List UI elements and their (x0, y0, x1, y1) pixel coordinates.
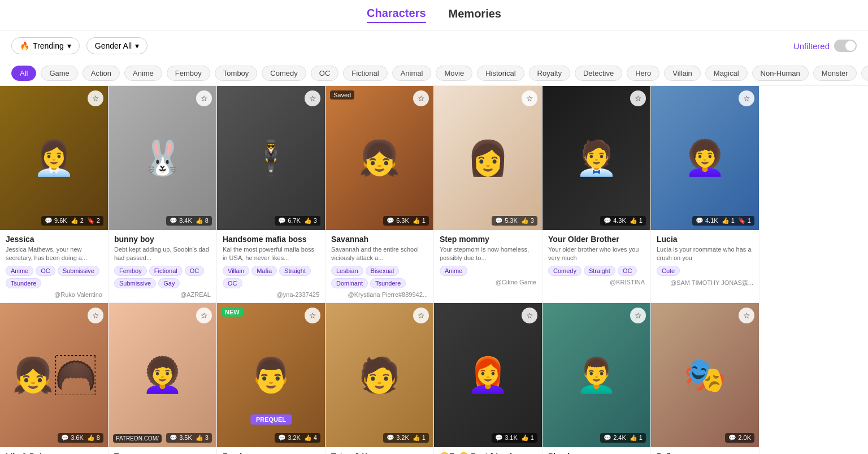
tag-royalty[interactable]: Royalty (529, 66, 570, 81)
tag-fictional[interactable]: Fictional (343, 66, 387, 81)
tab-characters[interactable]: Characters (367, 7, 426, 23)
card-tag[interactable]: Straight (584, 266, 615, 276)
msg-count: 💬 2.4K (604, 434, 626, 442)
favorite-button[interactable]: ☆ (413, 90, 429, 106)
card-tag[interactable]: Anime (6, 266, 33, 276)
card-figure: 👩‍🦰 (434, 303, 542, 447)
trending-dropdown[interactable]: 🔥 Trending ▾ (11, 37, 80, 54)
controls-row: 🔥 Trending ▾ Gender All ▾ Unfiltered (0, 31, 868, 61)
card-author: @Cikno Game (440, 279, 536, 286)
card-item[interactable]: 🧑‍💼 ☆ 💬 4.3K 👍 1 Your Older Brother Your… (542, 86, 651, 303)
msg-count: 💬 3.2K (387, 434, 409, 442)
card-item[interactable]: 👧‍🦱 ☆ 💬 3.6K 👍 8 Lila & Daisy your adopt… (0, 303, 108, 454)
card-tag[interactable]: Lesbian (331, 266, 363, 276)
like-count: 👍 3 (196, 434, 209, 442)
tag-detective[interactable]: Detective (575, 66, 622, 81)
card-author: @AZREAL (114, 291, 211, 298)
gender-dropdown[interactable]: Gender All ▾ (86, 37, 147, 54)
msg-count: 💬 5.3K (495, 217, 518, 224)
card-tag[interactable]: Femboy (114, 266, 147, 276)
tag-oc[interactable]: OC (311, 66, 339, 81)
card-info: Frank ✅(SFW)🧠💬|Prequel to Rebs CupelYour… (217, 447, 325, 454)
like-count: 👍 2 (71, 217, 84, 224)
card-tag[interactable]: Tsundere (6, 278, 41, 288)
card-item[interactable]: 🐰 ☆ 💬 8.4K 👍 8 bunny boy Debt kept addin… (108, 86, 217, 303)
favorite-button[interactable]: ☆ (196, 90, 212, 106)
like-count: 👍 3 (304, 217, 317, 224)
tab-memories[interactable]: Memories (449, 7, 501, 23)
card-item[interactable]: 👩 ☆ 💬 5.3K 👍 3 Step mommy Your stepmom i… (434, 86, 542, 303)
tag-game[interactable]: Game (41, 66, 77, 81)
card-tag[interactable]: Fictional (149, 266, 183, 276)
card-item[interactable]: 👩‍🦱 ☆ 💬 4.1K 👍 1 🔖 1 Lucia Lucia is your… (651, 86, 760, 303)
card-tag[interactable]: OC (618, 266, 637, 276)
card-tag[interactable]: Tsundere (370, 278, 406, 288)
card-tag[interactable]: OC (36, 266, 55, 276)
msg-count: 💬 3.2K (278, 434, 301, 442)
cards-grid: 👩‍💼 ☆ 💬 9.6K 👍 2 🔖 2 Jessica Jessica Mat… (0, 86, 868, 303)
msg-count: 💬 6.7K (278, 217, 301, 224)
tag-comedy[interactable]: Comedy (262, 66, 306, 81)
card-tag[interactable]: Villain (223, 266, 249, 276)
card-tag[interactable]: Mafia (251, 266, 277, 276)
favorite-button[interactable]: ☆ (522, 90, 537, 106)
tag-movie[interactable]: Movie (436, 66, 472, 81)
card-tags: VillainMafiaStraightOC (223, 266, 319, 288)
card-item[interactable]: 👩‍🦰 ☆ 💬 3.1K 👍 1 😢Ex😢 Best friend Your (… (434, 303, 542, 454)
tag-magical[interactable]: Magical (705, 66, 748, 81)
card-tags: Anime (440, 266, 536, 276)
tag-monster[interactable]: Monster (813, 66, 857, 81)
card-tag[interactable]: OC (223, 278, 242, 288)
card-tag[interactable]: Anime (440, 266, 467, 276)
card-stats: 💬 6.7K 👍 3 (275, 216, 320, 226)
card-author: @Krystiana Pierre#889942... (331, 291, 428, 298)
card-item[interactable]: 👧 Saved ☆ 💬 6.3K 👍 1 Savannah Savannah a… (326, 86, 434, 303)
tag-monster-girl[interactable]: Monster Girl (861, 66, 868, 81)
tag-animal[interactable]: Animal (392, 66, 432, 81)
tag-femboy[interactable]: Femboy (167, 66, 210, 81)
like-count: 👍 1 (413, 434, 426, 442)
card-tag[interactable]: Cute (657, 266, 680, 276)
favorite-button[interactable]: ☆ (630, 90, 646, 106)
card-item[interactable]: 🧑 ☆ 💬 3.2K 👍 1 Tetsurō Kuroo Kuroo is a … (326, 303, 434, 454)
tag-non-human[interactable]: Non-Human (752, 66, 809, 81)
card-stats: 💬 9.6K 👍 2 🔖 2 (41, 216, 103, 226)
card-tags: FemboyFictionalOCSubmissiveGay (114, 266, 211, 288)
card-item[interactable]: 👨‍🦱 ☆ 💬 2.4K 👍 1 Phoebe dark brown hair … (542, 303, 651, 454)
card-tag[interactable]: Comedy (548, 266, 581, 276)
favorite-button[interactable]: ☆ (305, 90, 320, 106)
tag-villain[interactable]: Villain (664, 66, 700, 81)
tag-anime[interactable]: Anime (124, 66, 162, 81)
card-item[interactable]: 👨 NEW PREQUEL ☆ 💬 3.2K 👍 4 Frank ✅(SFW)🧠… (217, 303, 326, 454)
tag-all[interactable]: All (11, 66, 36, 81)
card-tag[interactable]: Bisexual (366, 266, 400, 276)
unfiltered-switch[interactable] (834, 40, 857, 52)
tag-action[interactable]: Action (83, 66, 120, 81)
card-tag[interactable]: OC (185, 266, 205, 276)
like-count: 👍 1 (630, 217, 643, 224)
card-stats: 💬 3.6K 👍 8 (58, 433, 103, 443)
tag-tomboy[interactable]: Tomboy (215, 66, 258, 81)
card-item[interactable]: 👩‍🦱 PATREON.COM/ ☆ 💬 3.5K 👍 3 Tracy [Vic… (108, 303, 217, 454)
card-title: Jessica (6, 235, 102, 244)
card-item[interactable]: 🎭 ☆ 💬 2.0K Райн Здравствуйте! Я Райн, мн… (651, 303, 760, 454)
bookmark-count: 🔖 1 (738, 217, 751, 224)
card-tag[interactable]: Dominant (331, 278, 368, 288)
card-tag[interactable]: Gay (158, 278, 180, 288)
card-stats: 💬 4.3K 👍 1 (600, 216, 646, 226)
card-figure: 👩‍🦱 (651, 86, 759, 230)
card-tag[interactable]: Submissive (114, 278, 156, 288)
card-tag[interactable]: Submissive (58, 266, 99, 276)
card-title: Райн (657, 452, 753, 454)
card-item[interactable]: 🕴️ ☆ 💬 6.7K 👍 3 Handsome mafia boss Kai … (217, 86, 326, 303)
tag-hero[interactable]: Hero (627, 66, 659, 81)
card-image: 🐰 ☆ 💬 8.4K 👍 8 (108, 86, 216, 230)
card-item[interactable]: 👩‍💼 ☆ 💬 9.6K 👍 2 🔖 2 Jessica Jessica Mat… (0, 86, 108, 303)
saved-badge: Saved (330, 90, 354, 100)
favorite-button[interactable]: ☆ (739, 90, 754, 106)
card-tag[interactable]: Straight (279, 266, 311, 276)
favorite-button[interactable]: ☆ (88, 90, 103, 106)
tag-historical[interactable]: Historical (477, 66, 524, 81)
card-desc: Kai the most powerful mafia boss in USA,… (223, 245, 319, 263)
card-stats: 💬 3.2K 👍 4 (275, 433, 320, 443)
